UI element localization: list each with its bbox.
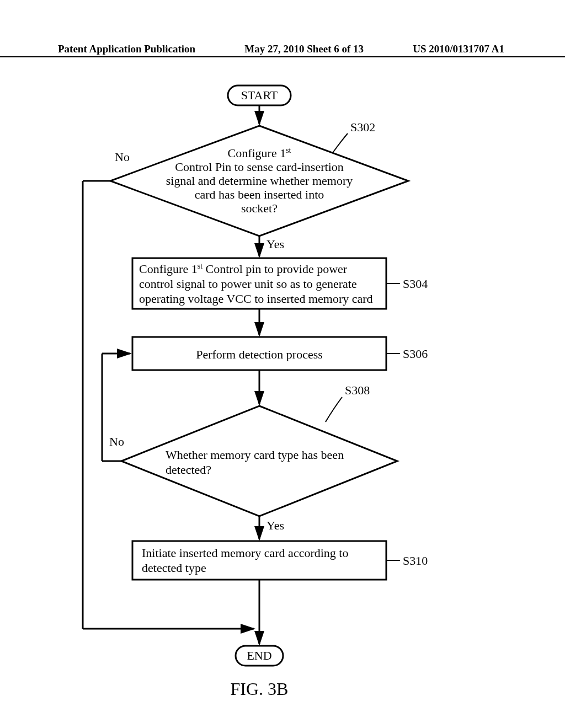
- svg-text:signal and determine whether m: signal and determine whether memory: [166, 174, 353, 188]
- end-label: END: [247, 649, 271, 662]
- svg-text:socket?: socket?: [241, 201, 278, 215]
- svg-text:Whether memory card type has b: Whether memory card type has been: [166, 448, 344, 462]
- svg-text:operating voltage VCC to inser: operating voltage VCC to inserted memory…: [139, 292, 373, 306]
- decision-s308: Whether memory card type has been detect…: [121, 406, 397, 516]
- process-s310: Initiate inserted memory card according …: [132, 541, 386, 580]
- svg-text:card has been inserted into: card has been inserted into: [195, 188, 324, 201]
- patent-page: Patent Application Publication May 27, 2…: [0, 0, 565, 728]
- header-left: Patent Application Publication: [58, 43, 195, 55]
- svg-text:Initiate inserted memory card : Initiate inserted memory card according …: [142, 546, 348, 560]
- svg-text:Configure 1st: Configure 1st: [227, 146, 291, 160]
- ref-s310: S310: [403, 554, 428, 568]
- ref-s304: S304: [403, 277, 428, 291]
- process-s304: Configure 1st Control pin to provide pow…: [132, 258, 386, 309]
- ref-s302: S302: [350, 120, 375, 134]
- yes-label-2: Yes: [266, 518, 284, 532]
- svg-text:detected type: detected type: [142, 561, 206, 575]
- page-header: Patent Application Publication May 27, 2…: [0, 43, 565, 57]
- ref-s306: S306: [403, 347, 428, 361]
- svg-text:Control Pin to sense card-inse: Control Pin to sense card-insertion: [175, 160, 344, 174]
- start-label: START: [241, 88, 278, 102]
- flowchart-svg: START Configure 1st Control Pin to sense…: [0, 72, 565, 728]
- start-node: START: [228, 85, 291, 105]
- svg-text:detected?: detected?: [166, 463, 211, 477]
- process-s306: Perform detection process: [132, 337, 386, 370]
- end-node: END: [236, 646, 283, 666]
- yes-label-1: Yes: [266, 237, 284, 251]
- decision-s302: Configure 1st Control Pin to sense card-…: [110, 126, 408, 236]
- svg-text:Configure 1st Control pin to p: Configure 1st Control pin to provide pow…: [139, 262, 348, 276]
- svg-text:Perform detection process: Perform detection process: [196, 347, 323, 361]
- header-right: US 2010/0131707 A1: [413, 43, 504, 55]
- ref-s308: S308: [345, 383, 370, 397]
- no-label-2: No: [109, 435, 124, 448]
- svg-text:control signal to power unit s: control signal to power unit so as to ge…: [139, 277, 357, 291]
- header-center: May 27, 2010 Sheet 6 of 13: [244, 43, 364, 55]
- figure-caption: FIG. 3B: [231, 679, 289, 699]
- no-label-1: No: [115, 150, 130, 164]
